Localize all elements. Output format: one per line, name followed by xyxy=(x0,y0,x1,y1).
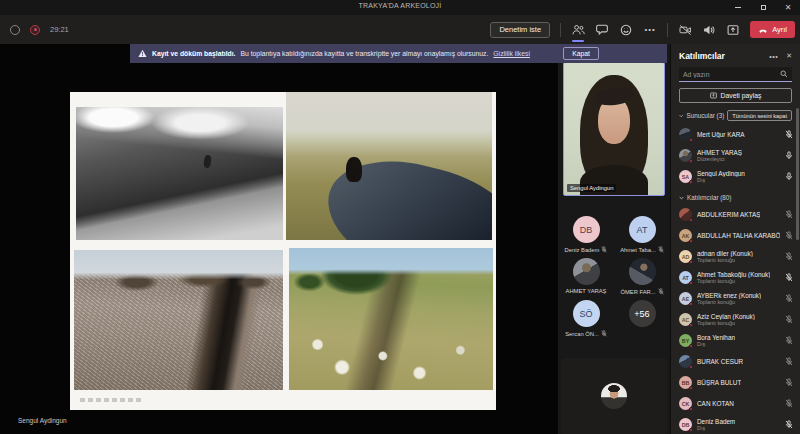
participant-row[interactable]: SA Sengul Aydingun Dış xyxy=(671,166,800,187)
avatar-grid-cell[interactable]: SÖ Sercan ÖN... xyxy=(558,300,614,337)
mic-muted-icon xyxy=(658,246,664,253)
photo-grassy-ditch-rocks xyxy=(289,248,493,390)
leave-button[interactable]: Ayrıl xyxy=(750,21,795,38)
avatar-grid-cell[interactable]: AT Ahmet Taba... xyxy=(614,216,670,253)
toolbar-divider xyxy=(667,23,668,37)
active-speaker-video-tile[interactable]: Sengul Aydingun xyxy=(563,62,665,196)
avatar-name-label: ÖMER FAR... xyxy=(620,289,655,295)
participant-search[interactable] xyxy=(679,67,792,82)
mic-muted-icon xyxy=(601,246,607,253)
mic-on-icon[interactable] xyxy=(785,172,793,181)
avatar-initials: SA xyxy=(682,174,689,180)
panel-more-icon[interactable]: ••• xyxy=(769,53,778,60)
presence-badge xyxy=(689,260,694,265)
photo-covered-excavation-mound xyxy=(286,92,492,240)
mic-muted-icon[interactable] xyxy=(785,378,793,387)
presenters-section-label: Sunucular (3) xyxy=(686,112,724,119)
participant-row[interactable]: AE AYBERk enez (Konuk) Toplantı konuğu xyxy=(671,288,800,309)
participant-row[interactable]: Mert Uğur KARA xyxy=(671,124,800,145)
banner-dismiss-button[interactable]: Kapat xyxy=(563,47,599,60)
avatar-initials: AE xyxy=(682,296,689,302)
presence-badge xyxy=(689,386,694,391)
presence-badge xyxy=(689,344,694,349)
participant-name: AHMET YARAŞ xyxy=(697,149,742,156)
participant-role: Toplantı konuğu xyxy=(697,278,770,284)
share-screen-icon[interactable] xyxy=(726,23,740,37)
participant-row[interactable]: BB BÜŞRA BULUT xyxy=(671,372,800,393)
maximize-icon[interactable] xyxy=(757,2,769,14)
speaker-icon[interactable] xyxy=(702,23,716,37)
mic-muted-icon[interactable] xyxy=(785,420,793,429)
banner-text: Bu toplantıya katıldığınızda kayıtta ve … xyxy=(240,50,488,57)
mic-on-icon[interactable] xyxy=(785,151,793,160)
participant-row[interactable]: BY Bora Yenihan Dış xyxy=(671,330,800,351)
self-video-tile[interactable] xyxy=(561,358,667,434)
mic-muted-icon[interactable] xyxy=(785,252,793,261)
participant-row[interactable]: AT Ahmet Tabakoğlu (Konuk) Toplantı konu… xyxy=(671,267,800,288)
reactions-icon[interactable] xyxy=(619,23,633,37)
self-avatar xyxy=(601,383,627,409)
avatar-grid-cell[interactable]: AHMET YARAŞ xyxy=(558,258,614,295)
more-options-icon[interactable]: ••• xyxy=(643,23,657,37)
participant-row[interactable]: BURAK CESUR xyxy=(671,351,800,372)
close-icon[interactable]: ✕ xyxy=(782,2,794,14)
mic-muted-icon[interactable] xyxy=(785,357,793,366)
avatar-grid-cell[interactable]: DB Deniz Badem xyxy=(558,216,614,253)
participant-avatar: DB xyxy=(679,418,692,431)
privacy-policy-link[interactable]: Gizlilik ilkesi xyxy=(493,50,530,57)
participant-row[interactable]: CK CAN KOTAN xyxy=(671,393,800,414)
chevron-down-icon[interactable] xyxy=(679,114,683,118)
participant-role: Toplantı konuğu xyxy=(697,257,753,263)
mic-muted-icon[interactable] xyxy=(785,399,793,408)
participant-name: ABDULKERİM AKTAŞ xyxy=(697,211,760,218)
avatar-initials: DB xyxy=(580,225,593,235)
mic-muted-icon[interactable] xyxy=(785,273,793,282)
presence-badge xyxy=(689,180,694,185)
avatar-grid-cell[interactable]: +56 xyxy=(614,300,670,337)
participant-avatar xyxy=(573,258,600,285)
participant-avatar: AK xyxy=(679,229,692,242)
panel-title: Katılımcılar xyxy=(679,51,725,61)
chevron-down-icon[interactable] xyxy=(679,196,684,200)
participant-avatar: CK xyxy=(679,397,692,410)
mic-muted-icon[interactable] xyxy=(785,231,793,240)
leave-button-label: Ayrıl xyxy=(772,25,787,34)
mic-muted-icon[interactable] xyxy=(785,294,793,303)
participant-row[interactable]: DB Deniz Badem Dış xyxy=(671,414,800,434)
meeting-toolbar: 29:21 Denetim iste xyxy=(0,15,800,44)
mic-muted-icon[interactable] xyxy=(785,336,793,345)
participant-avatar: BB xyxy=(679,376,692,389)
participant-avatar xyxy=(629,258,656,285)
presenters-list: Mert Uğur KARA xyxy=(671,124,800,187)
participant-role: Toplantı konuğu xyxy=(697,299,761,305)
minimize-icon[interactable] xyxy=(732,2,744,14)
avatar-initials: AD xyxy=(682,254,690,260)
mic-muted-icon[interactable] xyxy=(785,210,793,219)
share-invite-button[interactable]: Daveti paylaş xyxy=(679,88,792,103)
participant-row[interactable]: AHMET YARAŞ Düzenleyici xyxy=(671,145,800,166)
photo-bw-trench-hillside xyxy=(76,107,283,240)
request-control-button[interactable]: Denetim iste xyxy=(490,22,550,38)
mic-muted-icon[interactable] xyxy=(785,315,793,324)
mic-muted-icon[interactable] xyxy=(785,130,793,139)
camera-off-icon[interactable] xyxy=(678,23,692,37)
participant-row[interactable]: ABDULKERİM AKTAŞ xyxy=(671,204,800,225)
participant-name: Deniz Badem xyxy=(697,418,735,425)
participant-name: Sengul Aydingun xyxy=(697,170,745,177)
avatar-grid-cell[interactable]: ÖMER FAR... xyxy=(614,258,670,295)
panel-scrollbar[interactable] xyxy=(796,108,799,240)
participant-row[interactable]: AK ABDULLAH TALHA KARABÖREK xyxy=(671,225,800,246)
participant-row[interactable]: AC Aziz Ceylan (Konuk) Toplantı konuğu xyxy=(671,309,800,330)
panel-close-icon[interactable]: ✕ xyxy=(786,52,792,60)
participant-role: Dış xyxy=(697,425,735,431)
search-input[interactable] xyxy=(683,71,780,78)
mic-muted-icon xyxy=(601,330,607,337)
participant-role: Dış xyxy=(697,341,735,347)
mute-all-button[interactable]: Tümünün sesini kapat xyxy=(727,110,792,121)
participant-row[interactable]: AD adnan diler (Konuk) Toplantı konuğu xyxy=(671,246,800,267)
presence-badge xyxy=(689,281,694,286)
participants-active-underline xyxy=(572,40,584,42)
participant-role: Toplantı konuğu xyxy=(697,320,755,326)
chat-icon[interactable] xyxy=(595,23,609,37)
participants-icon[interactable] xyxy=(571,23,585,37)
